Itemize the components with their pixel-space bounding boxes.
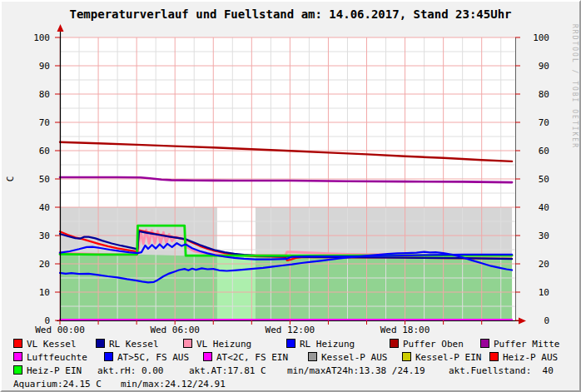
legend-item: Puffer Oben [390,339,464,350]
rrdtool-graph: Temperaturverlauf und Fuellstand am: 14.… [0,0,581,392]
legend-label: Luftfeuchte [27,352,87,363]
legend-item: akt.Fuellstand: 40 [449,365,554,376]
legend-label: AT<2C, FS EIN [216,352,288,363]
legend-label: akt.AT:17.81 C [189,365,266,376]
legend-item: AT>5C, FS AUS [104,352,189,363]
legend-item: Heiz-P EIN [13,365,82,376]
legend-swatch [203,352,212,361]
legend-label: akt.rH: 0.00 [97,365,163,376]
legend-item: Aquarium:24.15 C [13,379,102,390]
legend-item: Puffer Mitte [480,339,559,350]
legend-item: VL Heizung [183,339,251,350]
legend-label: RL Heizung [300,339,355,350]
legend-label: Puffer Mitte [494,339,559,350]
legend-swatch [13,365,22,375]
legend-label: Heiz-P EIN [27,365,82,376]
legend-label: Kessel-P EIN [415,352,481,363]
legend-item: Kessel-P AUS [308,352,387,363]
legend-label: Kessel-P AUS [321,352,387,363]
legend-label: VL Heizung [196,339,251,350]
legend-label: AT>5C, FS AUS [117,352,189,363]
legend-swatch [286,339,295,348]
legend-swatch [390,339,399,348]
legend-swatch [96,339,105,348]
legend-swatch [104,352,113,361]
legend-item: VL Kessel [13,339,77,350]
legend-item: Kessel-P EIN [402,352,481,363]
legend-swatch [402,352,411,361]
legend-item: akt.rH: 0.00 [97,365,163,376]
legend-item: min/max:24.12/24.91 [121,379,226,390]
legend-swatch [183,339,192,348]
legend-label: Aquarium:24.15 C [13,379,102,390]
legend-item: RL Heizung [286,339,355,350]
legend-label: min/maxAT24h:13.38 /24.19 [287,365,425,376]
legend-label: min/max:24.12/24.91 [121,379,226,390]
legend-swatch [489,352,499,361]
legend-label: RL Kessel [109,339,159,350]
legend-item: Heiz-P AUS [489,352,558,363]
legend-label: akt.Fuellstand: 40 [449,365,554,376]
legend-item: min/maxAT24h:13.38 /24.19 [287,365,425,376]
legend-item: AT<2C, FS EIN [203,352,288,363]
legend-label: Heiz-P AUS [503,352,558,363]
legend-swatch [480,339,489,348]
legend-swatch [308,352,317,361]
legend-swatch [13,339,22,348]
legend: VL KesselRL KesselVL HeizungRL HeizungPu… [2,2,579,390]
legend-label: VL Kessel [27,339,77,350]
legend-label: Puffer Oben [403,339,464,350]
legend-item: akt.AT:17.81 C [189,365,266,376]
legend-swatch [13,352,22,361]
legend-item: RL Kessel [96,339,159,350]
legend-item: Luftfeuchte [13,352,87,363]
